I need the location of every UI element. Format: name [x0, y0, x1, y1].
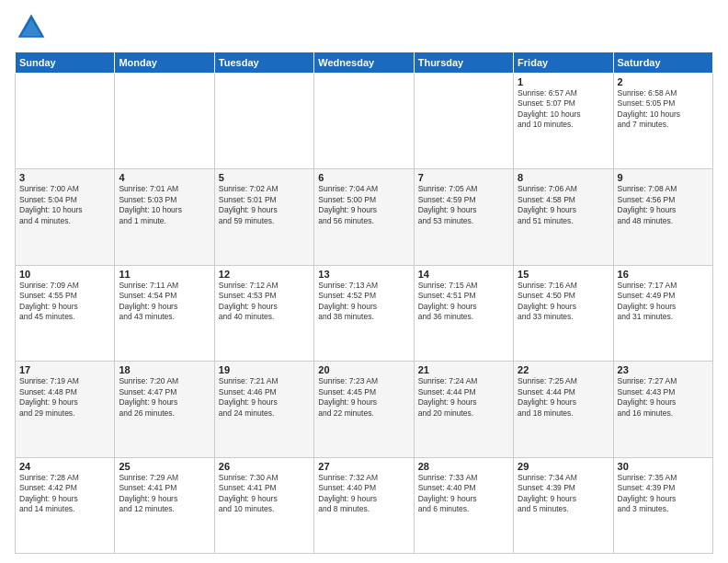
day-info: Sunrise: 7:11 AM Sunset: 4:54 PM Dayligh… [119, 281, 210, 323]
header-thursday: Thursday [414, 52, 513, 74]
day-info: Sunrise: 7:25 AM Sunset: 4:44 PM Dayligh… [518, 376, 609, 419]
calendar-cell: 29Sunrise: 7:34 AM Sunset: 4:39 PM Dayli… [514, 457, 613, 553]
calendar-cell: 28Sunrise: 7:33 AM Sunset: 4:40 PM Dayli… [414, 457, 513, 553]
calendar-week-5: 24Sunrise: 7:28 AM Sunset: 4:42 PM Dayli… [16, 457, 713, 553]
day-number: 20 [318, 364, 409, 375]
calendar-cell: 19Sunrise: 7:21 AM Sunset: 4:46 PM Dayli… [214, 362, 313, 457]
calendar-week-3: 10Sunrise: 7:09 AM Sunset: 4:55 PM Dayli… [16, 265, 713, 361]
day-number: 14 [418, 269, 509, 280]
day-number: 22 [518, 364, 609, 375]
day-number: 9 [618, 172, 709, 183]
day-info: Sunrise: 7:06 AM Sunset: 4:58 PM Dayligh… [518, 184, 609, 226]
calendar-cell: 12Sunrise: 7:12 AM Sunset: 4:53 PM Dayli… [214, 265, 313, 361]
day-number: 1 [518, 76, 609, 87]
day-info: Sunrise: 7:21 AM Sunset: 4:46 PM Dayligh… [219, 376, 310, 419]
day-info: Sunrise: 7:12 AM Sunset: 4:53 PM Dayligh… [219, 281, 310, 323]
calendar-cell: 25Sunrise: 7:29 AM Sunset: 4:41 PM Dayli… [115, 457, 214, 553]
day-number: 3 [19, 172, 110, 183]
calendar-cell: 18Sunrise: 7:20 AM Sunset: 4:47 PM Dayli… [115, 362, 214, 457]
logo-icon [15, 11, 48, 44]
day-number: 24 [19, 461, 110, 472]
header-monday: Monday [115, 52, 214, 74]
day-number: 2 [618, 76, 709, 87]
calendar-cell: 6Sunrise: 7:04 AM Sunset: 5:00 PM Daylig… [314, 169, 414, 265]
header-tuesday: Tuesday [214, 52, 313, 74]
day-info: Sunrise: 7:32 AM Sunset: 4:40 PM Dayligh… [318, 473, 409, 515]
day-info: Sunrise: 7:15 AM Sunset: 4:51 PM Dayligh… [418, 281, 509, 323]
day-number: 19 [219, 364, 310, 375]
day-number: 28 [418, 461, 509, 472]
header-friday: Friday [514, 52, 613, 74]
calendar-cell: 13Sunrise: 7:13 AM Sunset: 4:52 PM Dayli… [314, 265, 414, 361]
calendar-cell: 15Sunrise: 7:16 AM Sunset: 4:50 PM Dayli… [514, 265, 613, 361]
day-info: Sunrise: 7:23 AM Sunset: 4:45 PM Dayligh… [318, 376, 409, 419]
day-info: Sunrise: 7:19 AM Sunset: 4:48 PM Dayligh… [19, 376, 110, 419]
calendar-cell: 30Sunrise: 7:35 AM Sunset: 4:39 PM Dayli… [613, 457, 712, 553]
calendar-cell: 22Sunrise: 7:25 AM Sunset: 4:44 PM Dayli… [514, 362, 613, 457]
calendar-cell: 26Sunrise: 7:30 AM Sunset: 4:41 PM Dayli… [214, 457, 313, 553]
day-info: Sunrise: 7:33 AM Sunset: 4:40 PM Dayligh… [418, 473, 509, 515]
calendar-cell: 4Sunrise: 7:01 AM Sunset: 5:03 PM Daylig… [115, 169, 214, 265]
day-info: Sunrise: 7:02 AM Sunset: 5:01 PM Dayligh… [219, 184, 310, 226]
header-saturday: Saturday [613, 52, 712, 74]
calendar-table: SundayMondayTuesdayWednesdayThursdayFrid… [15, 52, 713, 554]
day-number: 16 [618, 269, 709, 280]
day-number: 21 [418, 364, 509, 375]
day-number: 30 [618, 461, 709, 472]
day-number: 15 [518, 269, 609, 280]
day-number: 18 [119, 364, 210, 375]
header [15, 11, 713, 44]
day-info: Sunrise: 7:29 AM Sunset: 4:41 PM Dayligh… [119, 473, 210, 515]
calendar-cell: 17Sunrise: 7:19 AM Sunset: 4:48 PM Dayli… [16, 362, 115, 457]
calendar-week-2: 3Sunrise: 7:00 AM Sunset: 5:04 PM Daylig… [16, 169, 713, 265]
calendar-cell [115, 74, 214, 169]
header-sunday: Sunday [16, 52, 115, 74]
day-info: Sunrise: 7:08 AM Sunset: 4:56 PM Dayligh… [618, 184, 709, 226]
calendar-week-4: 17Sunrise: 7:19 AM Sunset: 4:48 PM Dayli… [16, 362, 713, 457]
day-number: 27 [318, 461, 409, 472]
day-number: 12 [219, 269, 310, 280]
calendar-cell: 5Sunrise: 7:02 AM Sunset: 5:01 PM Daylig… [214, 169, 313, 265]
day-info: Sunrise: 7:05 AM Sunset: 4:59 PM Dayligh… [418, 184, 509, 226]
day-number: 29 [518, 461, 609, 472]
calendar-cell: 23Sunrise: 7:27 AM Sunset: 4:43 PM Dayli… [613, 362, 712, 457]
day-info: Sunrise: 7:34 AM Sunset: 4:39 PM Dayligh… [518, 473, 609, 515]
day-number: 25 [119, 461, 210, 472]
day-info: Sunrise: 7:01 AM Sunset: 5:03 PM Dayligh… [119, 184, 210, 226]
calendar-cell: 8Sunrise: 7:06 AM Sunset: 4:58 PM Daylig… [514, 169, 613, 265]
calendar-cell [16, 74, 115, 169]
day-info: Sunrise: 7:35 AM Sunset: 4:39 PM Dayligh… [618, 473, 709, 515]
calendar-cell: 27Sunrise: 7:32 AM Sunset: 4:40 PM Dayli… [314, 457, 414, 553]
day-info: Sunrise: 7:28 AM Sunset: 4:42 PM Dayligh… [19, 473, 110, 515]
day-info: Sunrise: 7:24 AM Sunset: 4:44 PM Dayligh… [418, 376, 509, 419]
day-number: 4 [119, 172, 210, 183]
day-number: 17 [19, 364, 110, 375]
calendar-cell: 14Sunrise: 7:15 AM Sunset: 4:51 PM Dayli… [414, 265, 513, 361]
calendar-cell: 1Sunrise: 6:57 AM Sunset: 5:07 PM Daylig… [514, 74, 613, 169]
day-number: 8 [518, 172, 609, 183]
calendar-cell [214, 74, 313, 169]
calendar-cell: 2Sunrise: 6:58 AM Sunset: 5:05 PM Daylig… [613, 74, 712, 169]
day-info: Sunrise: 7:09 AM Sunset: 4:55 PM Dayligh… [19, 281, 110, 323]
day-info: Sunrise: 7:00 AM Sunset: 5:04 PM Dayligh… [19, 184, 110, 226]
day-info: Sunrise: 6:57 AM Sunset: 5:07 PM Dayligh… [518, 88, 609, 131]
day-info: Sunrise: 7:04 AM Sunset: 5:00 PM Dayligh… [318, 184, 409, 226]
calendar-cell: 7Sunrise: 7:05 AM Sunset: 4:59 PM Daylig… [414, 169, 513, 265]
calendar-week-1: 1Sunrise: 6:57 AM Sunset: 5:07 PM Daylig… [16, 74, 713, 169]
calendar-cell [414, 74, 513, 169]
calendar-cell [314, 74, 414, 169]
logo [15, 11, 53, 44]
header-wednesday: Wednesday [314, 52, 414, 74]
calendar-cell: 11Sunrise: 7:11 AM Sunset: 4:54 PM Dayli… [115, 265, 214, 361]
day-info: Sunrise: 7:27 AM Sunset: 4:43 PM Dayligh… [618, 376, 709, 419]
calendar-cell: 10Sunrise: 7:09 AM Sunset: 4:55 PM Dayli… [16, 265, 115, 361]
day-number: 7 [418, 172, 509, 183]
day-number: 11 [119, 269, 210, 280]
calendar-cell: 20Sunrise: 7:23 AM Sunset: 4:45 PM Dayli… [314, 362, 414, 457]
day-number: 6 [318, 172, 409, 183]
calendar-cell: 3Sunrise: 7:00 AM Sunset: 5:04 PM Daylig… [16, 169, 115, 265]
calendar-cell: 16Sunrise: 7:17 AM Sunset: 4:49 PM Dayli… [613, 265, 712, 361]
calendar-cell: 9Sunrise: 7:08 AM Sunset: 4:56 PM Daylig… [613, 169, 712, 265]
calendar-cell: 21Sunrise: 7:24 AM Sunset: 4:44 PM Dayli… [414, 362, 513, 457]
day-number: 10 [19, 269, 110, 280]
